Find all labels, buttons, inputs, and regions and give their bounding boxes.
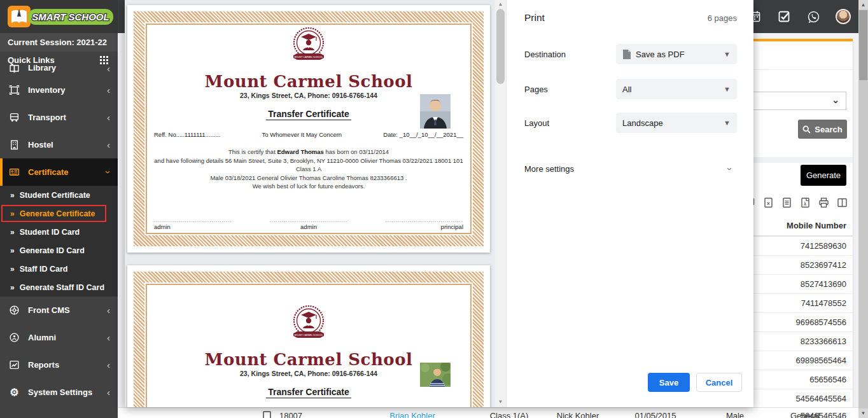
layout-label: Layout — [524, 118, 549, 128]
school-address: 23, Kings Street, CA, Phone: 0916-6766-1… — [153, 92, 465, 99]
scroll-up-icon[interactable]: ▲ — [858, 0, 868, 10]
certificate-page-2: MOUNT CARMEL SCHOOL Mount Carmel School … — [127, 265, 490, 407]
scroll-up-icon[interactable]: ▲ — [495, 1, 506, 7]
sidebar-item-library[interactable]: Library ‹ — [0, 63, 118, 76]
excel-export-icon[interactable]: x — [763, 197, 774, 208]
chevron-left-icon: ‹ — [107, 112, 110, 123]
chevron-down-icon: › — [103, 171, 114, 174]
cancel-button[interactable]: Cancel — [696, 373, 742, 392]
hostel-icon — [9, 139, 20, 150]
sidebar-item-system-settings[interactable]: ⚙ System Settings ‹ — [0, 379, 118, 406]
student-name-link[interactable]: Brian Kohler — [389, 411, 435, 418]
task-check-icon[interactable] — [777, 10, 791, 24]
svg-text:x: x — [767, 200, 770, 206]
transport-icon — [9, 112, 20, 123]
sidebar-item-staff-id-card[interactable]: »Staff ID Card — [0, 260, 118, 278]
row-checkbox[interactable] — [263, 411, 271, 418]
pages-dropdown[interactable]: All ▼ — [616, 79, 737, 99]
certificate-icon — [9, 167, 20, 178]
generate-button-label: Generate — [806, 171, 841, 180]
father-name-cell: Nick Kohler — [557, 411, 599, 418]
alumni-icon — [9, 332, 20, 343]
sidebar-item-student-id-card[interactable]: »Student ID Card — [0, 223, 118, 241]
search-button[interactable]: Search — [798, 120, 847, 139]
scrollbar-thumb[interactable] — [496, 9, 505, 84]
sidebar-item-inventory[interactable]: Inventory ‹ — [0, 76, 118, 104]
sidebar-item-generate-certificate[interactable]: »Generate Certificate — [0, 204, 118, 223]
dob-cell: 01/05/2015 — [634, 411, 676, 418]
layout-dropdown[interactable]: Landscape ▼ — [616, 113, 737, 133]
window-scrollbar[interactable]: ▲ ▼ — [858, 0, 868, 418]
sidebar-item-student-certificate[interactable]: »Student Certificate — [0, 186, 118, 204]
school-name: Mount Carmel School — [153, 350, 465, 369]
scroll-down-icon[interactable]: ▼ — [495, 399, 506, 405]
chevron-left-icon: ‹ — [107, 359, 110, 370]
chevron-left-icon: ‹ — [107, 85, 110, 95]
student-photo — [420, 363, 451, 387]
sidebar-item-generate-id-card[interactable]: »Generate ID Card — [0, 241, 118, 260]
admission-no-cell: 18007 — [279, 411, 302, 418]
signature-block: ......................................ad… — [270, 218, 347, 230]
certificate-submenu: »Student Certificate »Generate Certifica… — [0, 186, 118, 296]
dropdown-arrow-icon: ▼ — [724, 85, 731, 93]
svg-text:MOUNT CARMEL SCHOOL: MOUNT CARMEL SCHOOL — [294, 56, 323, 59]
chevron-left-icon: ‹ — [107, 387, 110, 398]
certificate-title: Transfer Certificate — [266, 109, 351, 120]
chevron-left-icon: ‹ — [107, 139, 110, 150]
double-arrow-icon: » — [10, 283, 15, 292]
chevron-left-icon: ‹ — [107, 63, 110, 74]
sidebar-item-transport[interactable]: Transport ‹ — [0, 104, 118, 131]
class-cell: Class 1(A) — [490, 411, 529, 418]
double-arrow-icon: » — [10, 191, 15, 200]
svg-text:SMART SCHOOL: SMART SCHOOL — [32, 11, 109, 22]
more-settings-toggle[interactable]: More settings › — [524, 160, 732, 177]
svg-text:λ: λ — [804, 202, 806, 206]
date-line: Date: _10__/_10__/__2021__ — [383, 131, 463, 138]
sidebar-item-hostel[interactable]: Hostel ‹ — [0, 131, 118, 158]
print-dialog: MOUNT CARMEL SCHOOL Mount Carmel School … — [125, 0, 753, 407]
settings-gear-icon: ⚙ — [9, 387, 20, 398]
certificate-page-1: MOUNT CARMEL SCHOOL Mount Carmel School … — [127, 5, 490, 253]
mobile-number-column-header: Mobile Number — [787, 221, 846, 230]
search-button-label: Search — [815, 125, 842, 134]
print-icon[interactable] — [818, 197, 829, 208]
column-visibility-icon[interactable] — [837, 197, 848, 208]
pages-value: All — [622, 85, 631, 94]
reports-icon — [9, 359, 20, 370]
print-preview-pane: MOUNT CARMEL SCHOOL Mount Carmel School … — [125, 0, 495, 407]
school-emblem: MOUNT CARMEL SCHOOL — [288, 304, 329, 346]
chevron-down-icon: ⌄ — [832, 95, 839, 105]
sidebar-item-reports[interactable]: Reports ‹ — [0, 351, 118, 379]
app-logo[interactable]: SMART SCHOOL — [0, 0, 118, 33]
generate-button[interactable]: Generate — [801, 165, 846, 186]
sidebar-item-generate-staff-id-card[interactable]: »Generate Staff ID Card — [0, 278, 118, 296]
save-button[interactable]: Save — [648, 373, 690, 392]
pdf-export-icon[interactable]: λ — [800, 197, 811, 208]
pdf-file-icon — [622, 50, 631, 59]
page-count: 6 pages — [708, 13, 737, 23]
search-icon — [802, 125, 811, 134]
user-avatar[interactable] — [836, 9, 851, 24]
sidebar-item-front-cms[interactable]: Front CMS ‹ — [0, 296, 118, 324]
destination-value: Save as PDF — [636, 50, 685, 59]
certificate-title: Transfer Certificate — [266, 387, 351, 398]
sidebar: SMART SCHOOL Current Session: 2021-22 Qu… — [0, 0, 118, 418]
double-arrow-icon: » — [10, 265, 15, 274]
current-session-label: Current Session: 2021-22 — [0, 33, 118, 52]
table-row: 18007 Brian Kohler Class 1(A) Nick Kohle… — [118, 407, 858, 418]
mobile-cell: 5646546546 — [801, 411, 846, 418]
destination-label: Destination — [524, 50, 566, 59]
whatsapp-icon[interactable] — [806, 10, 820, 24]
pages-label: Pages — [524, 85, 548, 94]
chevron-left-icon: ‹ — [107, 305, 110, 316]
scrollbar-thumb[interactable] — [859, 10, 867, 80]
csv-export-icon[interactable] — [781, 197, 792, 208]
sidebar-item-certificate[interactable]: Certificate › — [0, 158, 118, 186]
preview-scrollbar[interactable]: ▲ ▼ — [495, 0, 506, 407]
signature-block: ......................................pr… — [386, 218, 463, 230]
scroll-down-icon[interactable]: ▼ — [858, 408, 868, 418]
sidebar-item-alumni[interactable]: Alumni ‹ — [0, 324, 118, 351]
destination-dropdown[interactable]: Save as PDF ▼ — [616, 44, 737, 64]
grid-icon — [100, 56, 102, 58]
concern-line: To Whomever It May Concern — [262, 131, 342, 138]
